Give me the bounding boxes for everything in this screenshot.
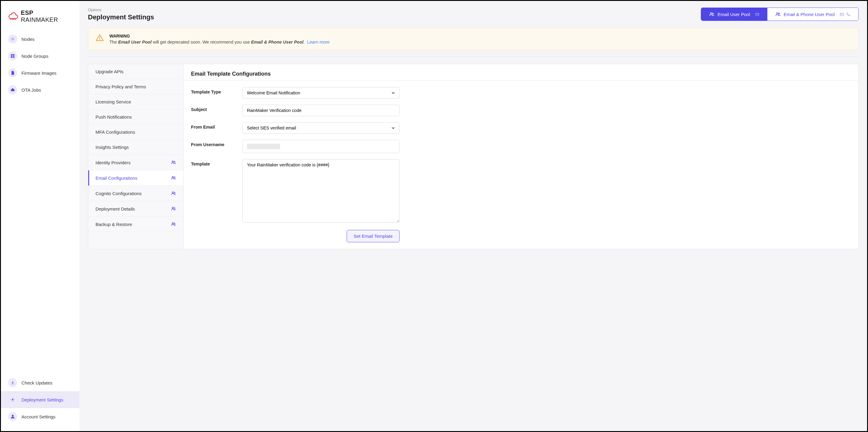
users-icon — [171, 175, 176, 181]
brand-text-light: RAINMAKER — [21, 16, 58, 23]
from-email-select[interactable]: Select SES verified email — [242, 122, 400, 134]
panel-title: Email Template Configurations — [191, 71, 851, 77]
sidebar-item-deployment-settings[interactable]: Deployment Settings — [1, 391, 80, 408]
sidebar-item-label: Check Updates — [22, 380, 53, 385]
subnav-deployment-details[interactable]: Deployment Details — [88, 201, 183, 217]
svg-point-17 — [776, 12, 778, 14]
phone-icon — [846, 12, 850, 17]
svg-point-26 — [172, 192, 174, 193]
tab-label: Email User Pool — [717, 12, 750, 17]
users-icon — [171, 206, 176, 211]
sidebar-item-nodes[interactable]: Nodes — [1, 31, 80, 48]
tab-email-user-pool[interactable]: Email User Pool — [701, 8, 767, 21]
svg-point-22 — [172, 161, 174, 163]
subnav-email-configurations[interactable]: Email Configurations — [88, 170, 183, 186]
from-email-label: From Email — [191, 122, 236, 129]
cloud-icon — [8, 85, 17, 94]
sidebar-item-account-settings[interactable]: Account Settings — [1, 408, 80, 425]
warning-banner: WARNING The Email User Pool will get dep… — [88, 28, 859, 50]
node-groups-icon — [8, 51, 17, 60]
nodes-icon — [8, 34, 17, 44]
divider — [184, 80, 858, 81]
warning-triangle-icon — [95, 34, 104, 42]
subnav-insights[interactable]: Insights Settings — [88, 140, 183, 155]
tab-label: Email & Phone User Pool — [784, 12, 835, 17]
settings-subnav: Upgrade APIs Privacy Policy and Terms Li… — [88, 64, 184, 249]
subject-label: Subject — [191, 105, 236, 112]
mail-icon — [755, 12, 760, 17]
svg-point-15 — [712, 13, 714, 14]
svg-point-14 — [710, 12, 712, 14]
sidebar-item-ota-jobs[interactable]: OTA Jobs — [1, 81, 80, 98]
sidebar-item-check-updates[interactable]: Check Updates — [1, 374, 80, 391]
sidebar-item-label: Account Settings — [22, 414, 56, 419]
rainmaker-cloud-icon — [8, 12, 19, 21]
sidebar-item-label: Nodes — [22, 37, 34, 42]
svg-point-24 — [172, 176, 174, 178]
sidebar-item-label: Node Groups — [22, 54, 49, 59]
svg-point-18 — [779, 13, 780, 14]
from-username-label: From Username — [191, 140, 236, 147]
svg-point-5 — [11, 37, 14, 41]
download-icon — [8, 378, 17, 387]
user-pool-tabs: Email User Pool Email & Phone User Pool — [701, 7, 859, 21]
template-type-select[interactable]: Welcome Email Notification — [242, 87, 400, 98]
person-icon — [8, 412, 17, 421]
learn-more-link[interactable]: Learn more — [307, 40, 330, 45]
svg-point-21 — [99, 39, 100, 40]
svg-rect-7 — [13, 54, 14, 56]
template-type-label: Template Type — [191, 87, 236, 94]
subnav-cognito[interactable]: Cognito Configurations — [88, 186, 183, 201]
subnav-identity-providers[interactable]: Identity Providers — [88, 155, 183, 170]
email-template-panel: Email Template Configurations Template T… — [184, 64, 858, 249]
subnav-licensing[interactable]: Licensing Service — [88, 94, 183, 110]
warning-text: The Email User Pool will get deprecated … — [110, 40, 330, 45]
users-icon — [171, 191, 176, 196]
page-title: Deployment Settings — [88, 13, 154, 21]
subnav-upgrade-apis[interactable]: Upgrade APIs — [88, 64, 183, 79]
divider — [88, 56, 859, 57]
sidebar: ESP RAINMAKER Nodes Node Groups Firmware… — [1, 1, 80, 431]
mail-icon — [840, 12, 844, 17]
svg-point-28 — [172, 207, 174, 209]
sidebar-item-label: Firmware Images — [22, 70, 57, 76]
breadcrumb: Options — [88, 7, 154, 12]
template-textarea[interactable] — [242, 159, 400, 223]
brand-logo: ESP RAINMAKER — [1, 7, 80, 31]
svg-point-4 — [12, 38, 13, 40]
sidebar-item-label: OTA Jobs — [22, 87, 41, 92]
svg-point-29 — [174, 207, 175, 208]
svg-rect-8 — [11, 56, 12, 57]
users-icon — [709, 11, 714, 17]
file-icon — [8, 68, 17, 78]
users-icon — [171, 160, 176, 165]
svg-point-30 — [172, 223, 174, 224]
svg-rect-9 — [13, 56, 14, 57]
users-icon — [171, 222, 176, 227]
sidebar-item-label: Deployment Settings — [22, 397, 63, 402]
svg-rect-6 — [11, 54, 12, 56]
subnav-push-notifications[interactable]: Push Notifications — [88, 110, 183, 125]
template-label: Template — [191, 159, 236, 166]
from-username-input[interactable] — [242, 140, 400, 153]
brand-text-bold: ESP — [21, 9, 33, 16]
svg-point-25 — [174, 177, 175, 178]
subnav-backup-restore[interactable]: Backup & Restore — [88, 217, 183, 232]
placeholder-skeleton — [247, 144, 280, 149]
svg-point-27 — [174, 192, 175, 193]
tab-email-phone-user-pool[interactable]: Email & Phone User Pool — [767, 8, 858, 21]
warning-title: WARNING — [110, 34, 330, 38]
svg-point-31 — [174, 223, 175, 224]
subject-input[interactable] — [242, 105, 400, 116]
sidebar-item-firmware-images[interactable]: Firmware Images — [1, 64, 80, 81]
svg-point-23 — [174, 161, 175, 162]
main-content: Options Deployment Settings Email User P… — [80, 1, 867, 431]
subnav-mfa[interactable]: MFA Configurations — [88, 125, 183, 140]
set-email-template-button[interactable]: Set Email Template — [347, 230, 400, 242]
sidebar-item-node-groups[interactable]: Node Groups — [1, 48, 80, 64]
svg-point-12 — [12, 399, 13, 400]
gear-icon — [8, 395, 17, 404]
users-icon — [775, 11, 781, 17]
svg-point-13 — [12, 415, 13, 416]
subnav-privacy-terms[interactable]: Privacy Policy and Terms — [88, 79, 183, 94]
